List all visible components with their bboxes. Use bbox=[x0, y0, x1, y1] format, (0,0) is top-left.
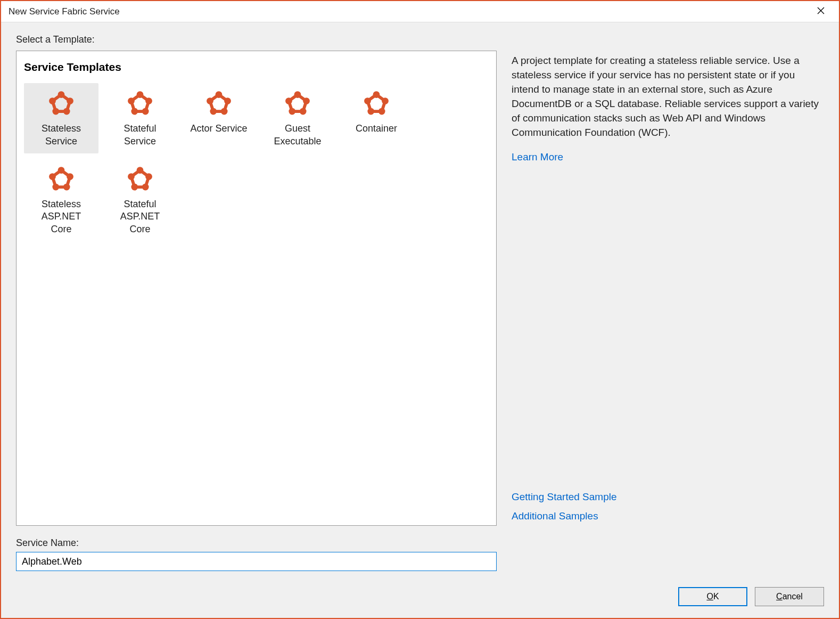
additional-samples-link[interactable]: Additional Samples bbox=[512, 507, 598, 526]
svg-point-28 bbox=[367, 108, 374, 115]
svg-point-29 bbox=[364, 97, 371, 104]
info-panel: A project template for creating a statel… bbox=[512, 51, 824, 526]
svg-point-21 bbox=[300, 108, 307, 115]
svg-point-20 bbox=[303, 97, 310, 104]
svg-point-16 bbox=[210, 108, 217, 115]
svg-point-37 bbox=[137, 167, 144, 174]
svg-point-38 bbox=[145, 173, 152, 180]
template-label: Stateful Service bbox=[105, 123, 175, 148]
svg-point-13 bbox=[216, 91, 223, 98]
templates-heading: Service Templates bbox=[24, 61, 489, 74]
svg-point-31 bbox=[58, 167, 65, 174]
svg-point-33 bbox=[63, 183, 70, 190]
svg-point-2 bbox=[67, 97, 73, 104]
service-fabric-icon bbox=[105, 87, 175, 123]
cancel-button[interactable]: Cancel bbox=[755, 587, 824, 606]
svg-point-7 bbox=[137, 91, 144, 98]
service-fabric-icon bbox=[26, 163, 96, 198]
new-service-fabric-service-dialog: New Service Fabric Service Select a Temp… bbox=[0, 0, 840, 619]
service-fabric-icon bbox=[26, 87, 96, 123]
svg-point-14 bbox=[224, 97, 231, 104]
svg-point-32 bbox=[67, 173, 73, 180]
dialog-content: Select a Template: Service Templates bbox=[1, 22, 839, 618]
template-list: Stateless Service Stateful Service bbox=[24, 83, 489, 241]
svg-point-25 bbox=[373, 91, 380, 98]
svg-point-26 bbox=[382, 97, 389, 104]
template-actor-service[interactable]: Actor Service bbox=[182, 83, 256, 153]
getting-started-link[interactable]: Getting Started Sample bbox=[512, 487, 617, 507]
svg-point-1 bbox=[58, 91, 65, 98]
ok-button[interactable]: OK bbox=[678, 587, 747, 606]
svg-point-40 bbox=[131, 183, 138, 190]
svg-point-17 bbox=[207, 97, 213, 104]
select-template-label: Select a Template: bbox=[16, 34, 824, 45]
template-stateful-service[interactable]: Stateful Service bbox=[103, 83, 177, 153]
button-bar: OK Cancel bbox=[16, 571, 824, 618]
svg-point-10 bbox=[131, 108, 138, 115]
close-icon bbox=[817, 6, 825, 17]
service-fabric-icon bbox=[184, 87, 254, 123]
templates-panel: Service Templates bbox=[16, 51, 497, 526]
title-bar: New Service Fabric Service bbox=[1, 1, 839, 22]
template-label: Stateless ASP.NET Core bbox=[26, 198, 96, 236]
svg-point-15 bbox=[221, 108, 228, 115]
template-label: Actor Service bbox=[184, 123, 254, 135]
close-button[interactable] bbox=[810, 1, 831, 22]
template-label: Stateful ASP.NET Core bbox=[105, 198, 175, 236]
svg-point-8 bbox=[145, 97, 152, 104]
service-name-section: Service Name: bbox=[16, 537, 824, 571]
template-label: Stateless Service bbox=[26, 123, 96, 148]
service-fabric-icon bbox=[341, 87, 411, 123]
svg-point-41 bbox=[128, 173, 135, 180]
template-label: Guest Executable bbox=[262, 123, 333, 148]
template-guest-executable[interactable]: Guest Executable bbox=[260, 83, 335, 153]
window-title: New Service Fabric Service bbox=[9, 6, 120, 17]
svg-point-34 bbox=[52, 183, 59, 190]
svg-point-9 bbox=[142, 108, 149, 115]
svg-point-27 bbox=[378, 108, 385, 115]
template-stateless-aspnet-core[interactable]: Stateless ASP.NET Core bbox=[24, 159, 98, 241]
template-container[interactable]: Container bbox=[339, 83, 414, 153]
svg-point-39 bbox=[142, 183, 149, 190]
learn-more-link[interactable]: Learn More bbox=[512, 148, 563, 167]
service-name-label: Service Name: bbox=[16, 537, 824, 549]
svg-point-35 bbox=[49, 173, 56, 180]
template-label: Container bbox=[341, 123, 411, 135]
svg-point-22 bbox=[289, 108, 295, 115]
svg-point-23 bbox=[285, 97, 292, 104]
template-stateless-service[interactable]: Stateless Service bbox=[24, 83, 98, 153]
service-name-input[interactable] bbox=[16, 552, 497, 571]
svg-point-19 bbox=[294, 91, 301, 98]
template-description: A project template for creating a statel… bbox=[512, 54, 824, 140]
template-stateful-aspnet-core[interactable]: Stateful ASP.NET Core bbox=[103, 159, 177, 241]
svg-point-3 bbox=[63, 108, 70, 115]
svg-point-11 bbox=[128, 97, 135, 104]
middle-row: Service Templates bbox=[16, 51, 824, 526]
service-fabric-icon bbox=[262, 87, 333, 123]
service-fabric-icon bbox=[105, 163, 175, 198]
svg-point-4 bbox=[52, 108, 59, 115]
svg-point-5 bbox=[49, 97, 56, 104]
